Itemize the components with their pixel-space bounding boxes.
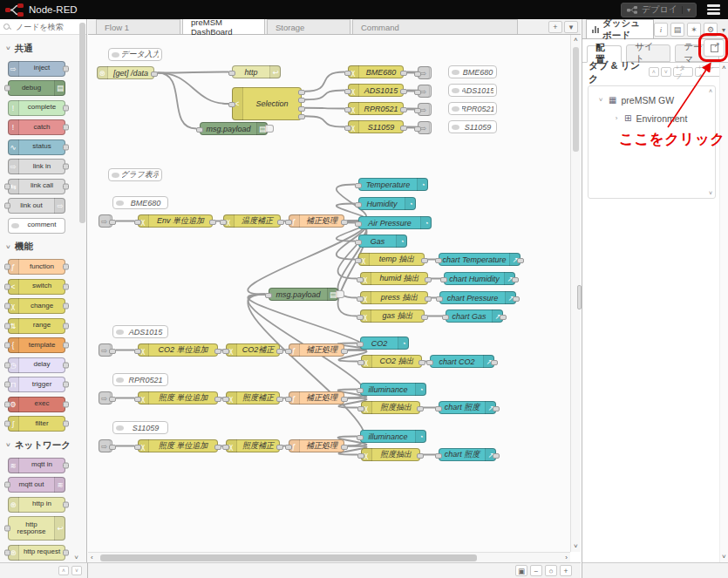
output-port[interactable]	[421, 258, 428, 263]
output-port[interactable]	[425, 296, 432, 302]
main-menu-button[interactable]	[707, 4, 720, 15]
output-port[interactable]	[493, 453, 500, 459]
palette-node-inject[interactable]: ⇨inject	[8, 61, 65, 77]
flow-node-BME680[interactable]: χBME680	[348, 65, 404, 78]
output-port[interactable]	[417, 453, 424, 459]
output-port[interactable]	[341, 445, 348, 450]
palette-category-機能[interactable]: ˅機能	[0, 239, 86, 255]
palette-node-comment[interactable]: comment	[8, 218, 65, 234]
flow-node-chart-Pressure[interactable]: ↗chart Pressure	[439, 291, 516, 304]
input-port[interactable]	[357, 435, 364, 440]
palette-node-template[interactable]: {template	[8, 337, 65, 353]
comment-node-グラフ表示[interactable]: グラフ表示	[108, 168, 162, 181]
palette-node-catch[interactable]: !catch	[8, 119, 65, 135]
scroll-down-icon[interactable]: ˅	[574, 543, 578, 550]
output-port[interactable]	[341, 397, 348, 402]
palette-node-exec[interactable]: ⚙exec	[8, 397, 65, 412]
output-port[interactable]	[209, 220, 216, 225]
comment-node-RPR0521[interactable]: RPR0521	[448, 102, 497, 115]
wire-hin-hrsp[interactable]	[158, 72, 228, 73]
input-port[interactable]	[285, 397, 292, 402]
input-port[interactable]	[414, 108, 421, 113]
output-port[interactable]	[214, 349, 221, 354]
help-icon[interactable]: ▤	[670, 23, 684, 37]
wire-f1-e2[interactable]	[338, 221, 367, 279]
palette-node-http-response[interactable]: ↩http response	[8, 516, 65, 541]
output-port[interactable]	[214, 445, 221, 450]
sidebar-splitter-handle[interactable]	[577, 285, 582, 309]
palette-scroll-down-icon[interactable]: ˅	[74, 554, 78, 561]
output-port[interactable]	[214, 397, 221, 402]
input-port[interactable]	[134, 397, 141, 402]
input-port[interactable]	[344, 89, 351, 94]
flow-node-linkin[interactable]: ⇨	[99, 439, 112, 452]
output-port[interactable]	[491, 360, 498, 365]
wire-hin-sel[interactable]	[158, 73, 228, 105]
tree-scroll-up-icon[interactable]: ˄	[709, 88, 712, 94]
wire-f2-dbg2[interactable]	[248, 295, 364, 350]
flow-node-http[interactable]: ↩http	[232, 65, 281, 78]
flow-node-[get]-/data[interactable]: ⊛[get] /data	[97, 66, 154, 79]
output-port[interactable]	[517, 258, 524, 263]
input-port[interactable]	[355, 202, 362, 207]
output-port[interactable]	[400, 89, 407, 94]
palette-node-http-in[interactable]: ⊛http in	[8, 497, 65, 513]
flow-node-ADS1015[interactable]: χADS1015	[348, 84, 404, 97]
flow-node-S11059[interactable]: χS11059	[348, 120, 404, 133]
sidebar-tab-dashboard[interactable]: ダッシュボード	[586, 19, 654, 38]
input-port[interactable]	[134, 349, 141, 354]
flow-node-chart-Humidity[interactable]: ↗chart Humidity	[444, 272, 515, 285]
flow-node-temp-抽出[interactable]: χtemp 抽出	[358, 253, 425, 266]
input-port[interactable]	[285, 220, 292, 225]
input-port[interactable]	[285, 445, 292, 450]
palette-node-delay[interactable]: ◷delay	[8, 357, 65, 373]
output-port[interactable]	[276, 445, 283, 450]
input-port[interactable]	[228, 71, 235, 76]
comment-node-S11059[interactable]: S11059	[112, 421, 168, 434]
output-port[interactable]	[500, 315, 507, 320]
input-port[interactable]	[222, 445, 229, 450]
canvas-horizontal-scrollbar[interactable]: ‹ ›	[88, 552, 570, 562]
flow-tab-Flow-1[interactable]: Flow 1	[96, 19, 180, 34]
palette-collapse-up-button[interactable]: ˄	[58, 566, 69, 575]
comment-node-データ入力[interactable]: データ入力	[108, 48, 162, 61]
flow-node-Air-Pressure[interactable]: ◔Air Pressure	[358, 216, 432, 229]
input-port[interactable]	[265, 293, 272, 298]
chevron-right-icon[interactable]: ›	[613, 114, 620, 122]
input-port[interactable]	[344, 71, 351, 76]
palette-node-link-in[interactable]: ⇨link in	[8, 159, 65, 174]
input-port[interactable]	[442, 315, 449, 320]
output-port[interactable]	[400, 71, 407, 76]
output-port[interactable]	[151, 71, 158, 77]
palette-collapse-down-button[interactable]: ˅	[71, 566, 82, 575]
flow-node-msg.payload[interactable]: ▤msg.payload	[200, 122, 268, 135]
input-port[interactable]	[440, 277, 447, 282]
scroll-right-icon[interactable]: ›	[565, 554, 568, 561]
tablink-button-addリンク[interactable]: +リンク	[695, 67, 722, 77]
flow-node-Env-単位追加[interactable]: χEnv 単位追加	[138, 214, 213, 228]
flow-node-chart-CO2[interactable]: ↗chart CO2	[430, 355, 494, 368]
input-port[interactable]	[344, 126, 351, 131]
info-icon[interactable]: i	[654, 23, 668, 37]
palette-category-共通[interactable]: ˅共通	[0, 40, 86, 57]
flow-node-補正処理[interactable]: ƒ補正処理	[289, 391, 344, 405]
flow-node-linkout[interactable]: ⇨	[418, 103, 432, 116]
flow-node-Temperature[interactable]: ◔Temperature	[358, 178, 428, 191]
sidebar-scroll-down-icon[interactable]: ˅	[722, 554, 726, 561]
flow-node-gas-抽出[interactable]: χgas 抽出	[360, 309, 425, 323]
output-port[interactable]	[417, 406, 424, 411]
output-port[interactable]	[277, 220, 284, 225]
comment-node-BME680[interactable]: BME680	[448, 65, 497, 78]
input-port[interactable]	[222, 349, 229, 354]
output-port[interactable]	[418, 360, 425, 365]
chevron-down-icon[interactable]: ˅	[597, 96, 604, 104]
tablink-button-addタブ[interactable]: +タブ	[673, 67, 694, 77]
input-port[interactable]	[344, 107, 351, 112]
palette-node-mqtt-in[interactable]: ≋mqtt in	[8, 458, 65, 473]
flow-node-humid-抽出[interactable]: χhumid 抽出	[360, 272, 428, 285]
flow-node-CO2-単位追加[interactable]: χCO2 単位追加	[138, 343, 218, 357]
zoom-in-button[interactable]: +	[560, 565, 572, 576]
wire-f4-dbg2[interactable]	[248, 295, 364, 446]
comment-node-S11059[interactable]: S11059	[448, 120, 497, 133]
output-port[interactable]	[512, 277, 519, 282]
